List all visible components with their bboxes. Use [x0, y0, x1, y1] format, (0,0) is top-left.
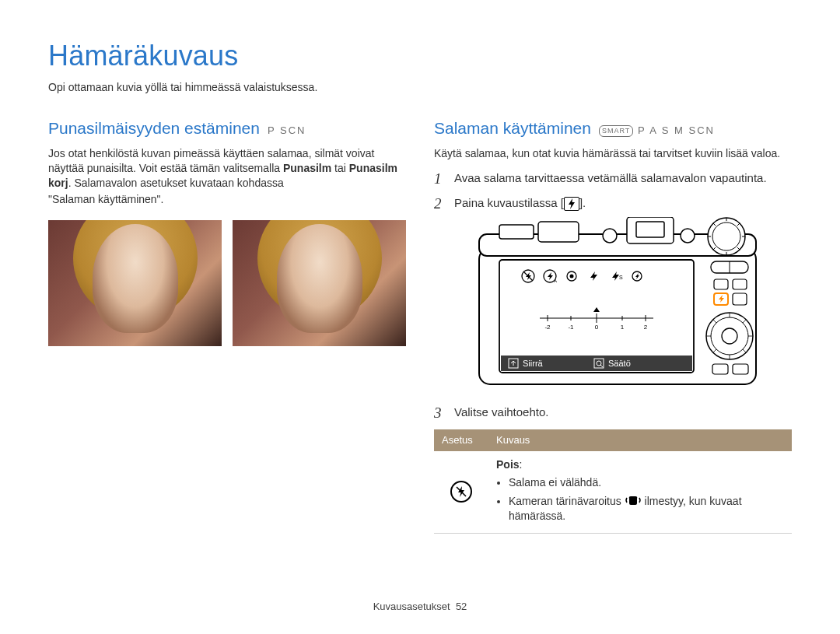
camera-shake-icon: [625, 493, 642, 507]
cell-desc-off: Pois: Salama ei välähdä. Kameran tärinäv…: [488, 451, 792, 533]
svg-text:S: S: [619, 275, 623, 280]
svg-text:0: 0: [595, 324, 599, 331]
bullet-shake-warning: Kameran tärinävaroitus ilmestyy, kun kuv…: [509, 493, 784, 524]
left-para-2: tai: [331, 162, 349, 174]
svg-rect-46: [714, 279, 728, 289]
step-2: Paina kuvaustilassa [ ].: [434, 195, 792, 392]
screen-move-label: Siirrä: [523, 359, 544, 368]
svg-rect-49: [733, 293, 747, 305]
steps-list: Avaa salama tarvittaessa vetämällä salam…: [434, 170, 792, 421]
step-1: Avaa salama tarvittaessa vetämällä salam…: [434, 170, 792, 186]
sample-photo-redeye: [48, 220, 222, 346]
strong-redeye: Punasilm: [283, 162, 331, 174]
th-description: Kuvaus: [488, 429, 792, 451]
svg-text:1: 1: [621, 324, 625, 331]
page-subtitle: Opi ottamaan kuvia yöllä tai himmeässä v…: [48, 80, 792, 95]
table-row: Pois: Salama ei välähdä. Kameran tärinäv…: [434, 451, 792, 533]
row-label-off: Pois: [496, 458, 520, 471]
step-2-before: Paina kuvaustilassa [: [454, 196, 564, 209]
modes-right-letters: P A S M SCN: [638, 124, 715, 136]
camera-illustration: A S: [454, 217, 792, 392]
right-paragraph: Käytä salamaa, kun otat kuvia hämärässä …: [434, 146, 792, 161]
svg-rect-47: [733, 279, 747, 289]
screen-adjust-label: Säätö: [608, 359, 631, 368]
flash-button-icon: [564, 197, 579, 211]
footer-section: Kuvausasetukset: [373, 601, 450, 612]
left-quoted-line: "Salaman käyttäminen".: [48, 192, 406, 207]
heading-left: Punasilmäisyyden estäminen P SCN: [48, 117, 406, 139]
svg-point-24: [570, 275, 574, 278]
heading-left-text: Punasilmäisyyden estäminen: [48, 117, 260, 139]
step-3: Valitse vaihtoehto.: [434, 405, 792, 420]
svg-rect-6: [636, 222, 664, 237]
bullet-no-flash: Salama ei välähdä.: [509, 475, 784, 490]
photo-pair: [48, 220, 406, 346]
svg-text:-1: -1: [568, 324, 574, 331]
th-setting: Asetus: [434, 429, 488, 451]
svg-rect-62: [733, 364, 748, 374]
svg-text:-2: -2: [544, 324, 551, 331]
smart-mode-icon: SMART: [599, 125, 633, 136]
svg-text:A: A: [554, 278, 557, 283]
svg-rect-3: [538, 222, 579, 242]
bullet2-before: Kameran tärinävaroitus: [509, 495, 625, 507]
svg-point-9: [712, 222, 740, 250]
col-left: Punasilmäisyyden estäminen P SCN Jos ota…: [48, 117, 406, 533]
heading-right: Salaman käyttäminen SMART P A S M SCN: [434, 117, 792, 139]
col-right: Salaman käyttäminen SMART P A S M SCN Kä…: [434, 117, 792, 533]
page-title: Hämäräkuvaus: [48, 37, 792, 75]
svg-point-52: [722, 328, 737, 344]
modes-right: SMART P A S M SCN: [599, 124, 715, 138]
left-paragraph: Jos otat henkilöstä kuvan pimeässä käytt…: [48, 146, 406, 191]
footer-page-number: 52: [456, 601, 467, 612]
page-footer: Kuvausasetukset 52: [0, 600, 840, 614]
cell-icon-off: [434, 451, 488, 533]
flash-off-icon: [450, 481, 472, 503]
step-2-after: ].: [579, 196, 586, 209]
svg-point-4: [603, 229, 617, 243]
heading-right-text: Salaman käyttäminen: [434, 117, 591, 139]
svg-rect-2: [499, 225, 534, 239]
svg-point-7: [681, 229, 695, 243]
svg-text:2: 2: [644, 324, 648, 331]
svg-rect-61: [712, 364, 728, 374]
modes-left: P SCN: [268, 124, 306, 138]
sample-photo-corrected: [233, 220, 406, 346]
left-para-3: . Salamavalon asetukset kuvataan kohdass…: [68, 177, 284, 189]
options-table: Asetus Kuvaus: [434, 429, 792, 533]
